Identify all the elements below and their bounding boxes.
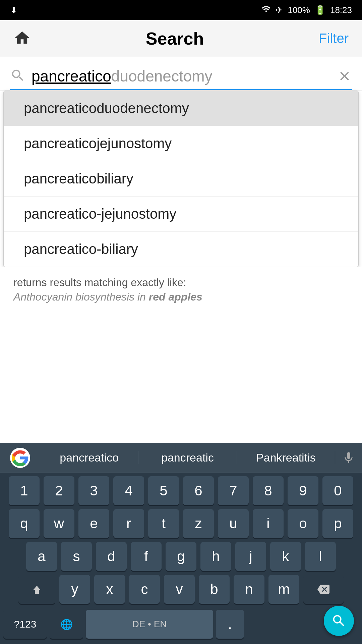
key-p[interactable]: p (322, 509, 353, 538)
key-8[interactable]: 8 (253, 476, 284, 505)
app-header: Search Filter (0, 20, 362, 57)
search-icon (10, 68, 25, 85)
key-z[interactable]: z (183, 509, 214, 538)
key-row-numbers: 1 2 3 4 5 6 7 8 9 0 (0, 476, 362, 505)
search-bar[interactable]: pancreaticoduodenectomy (10, 67, 352, 90)
search-typed-text: pancreatico (32, 67, 111, 85)
suggestion-0[interactable]: pancreatico (40, 451, 138, 464)
key-row-asdfg: a s d f g h j k l (0, 542, 362, 571)
autocomplete-item-0[interactable]: pancreaticoduodenectomy (4, 91, 358, 126)
period-key[interactable]: . (216, 610, 244, 639)
info-description: returns results matching exactly like: (13, 276, 349, 289)
keyboard-bottom-row: ?123 🌐 DE • EN . (0, 608, 362, 644)
key-c[interactable]: c (129, 575, 160, 604)
info-example-bold: red apples (149, 291, 202, 303)
search-bar-container: pancreaticoduodenectomy (0, 57, 362, 91)
battery-label: 100% (288, 5, 310, 15)
autocomplete-item-2[interactable]: pancreaticobiliary (4, 161, 358, 197)
keyboard: pancreatico pancreatic Pankreatitis 1 2 … (0, 443, 362, 644)
page-title: Search (146, 29, 204, 49)
info-section: returns results matching exactly like: A… (0, 267, 362, 310)
key-9[interactable]: 9 (288, 476, 318, 505)
key-1[interactable]: 1 (9, 476, 40, 505)
info-example-prefix: Anthocyanin biosynthesis in (13, 291, 149, 303)
autocomplete-item-3[interactable]: pancreatico-jejunostomy (4, 197, 358, 232)
info-example: Anthocyanin biosynthesis in red apples (13, 291, 349, 303)
key-w[interactable]: w (44, 509, 74, 538)
autocomplete-item-4[interactable]: pancreatico-biliary (4, 232, 358, 267)
wifi-icon (261, 4, 271, 16)
key-i[interactable]: i (253, 509, 284, 538)
key-6[interactable]: 6 (183, 476, 214, 505)
google-logo (7, 444, 34, 471)
key-r[interactable]: r (113, 509, 144, 538)
microphone-button[interactable] (335, 451, 362, 465)
time-label: 18:23 (330, 5, 352, 15)
battery-icon: 🔋 (315, 5, 325, 15)
key-m[interactable]: m (268, 575, 299, 604)
autocomplete-item-1[interactable]: pancreaticojejunostomy (4, 126, 358, 161)
suggestion-1[interactable]: pancreatic (138, 451, 237, 464)
key-e[interactable]: e (78, 509, 109, 538)
home-button[interactable] (13, 29, 31, 48)
key-q[interactable]: q (9, 509, 40, 538)
key-0[interactable]: 0 (322, 476, 353, 505)
spacebar[interactable]: DE • EN (86, 610, 213, 639)
key-a[interactable]: a (26, 542, 57, 571)
search-action-button[interactable] (324, 606, 354, 636)
key-o[interactable]: o (288, 509, 318, 538)
key-3[interactable]: 3 (78, 476, 109, 505)
key-row-qwertz: q w e r t z u i o p (0, 509, 362, 538)
key-7[interactable]: 7 (218, 476, 249, 505)
keyboard-suggestions: pancreatico pancreatic Pankreatitis (0, 443, 362, 473)
key-v[interactable]: v (164, 575, 195, 604)
key-l[interactable]: l (305, 542, 336, 571)
autocomplete-dropdown: pancreaticoduodenectomy pancreaticojejun… (3, 91, 359, 267)
key-d[interactable]: d (96, 542, 127, 571)
filter-button[interactable]: Filter (319, 31, 349, 46)
key-u[interactable]: u (218, 509, 249, 538)
key-2[interactable]: 2 (44, 476, 74, 505)
search-ghost-text: duodenectomy (111, 67, 213, 85)
suggestion-2[interactable]: Pankreatitis (237, 451, 335, 464)
search-input[interactable]: pancreaticoduodenectomy (32, 67, 331, 85)
keyboard-rows: 1 2 3 4 5 6 7 8 9 0 q w e r t z u i o p … (0, 473, 362, 604)
key-n[interactable]: n (234, 575, 264, 604)
airplane-icon: ✈ (276, 5, 283, 15)
key-s[interactable]: s (61, 542, 92, 571)
key-y[interactable]: y (59, 575, 90, 604)
download-icon: ⬇ (10, 5, 17, 15)
backspace-key[interactable] (303, 575, 344, 604)
key-x[interactable]: x (94, 575, 125, 604)
clear-button[interactable] (337, 69, 352, 84)
status-bar: ⬇ ✈ 100% 🔋 18:23 (0, 0, 362, 20)
key-4[interactable]: 4 (113, 476, 144, 505)
key-f[interactable]: f (131, 542, 162, 571)
globe-key[interactable]: 🌐 (50, 610, 83, 639)
key-k[interactable]: k (270, 542, 301, 571)
shift-key[interactable] (18, 575, 55, 604)
key-t[interactable]: t (148, 509, 179, 538)
num-key[interactable]: ?123 (3, 610, 47, 639)
key-j[interactable]: j (235, 542, 266, 571)
key-row-shift: y x c v b n m (0, 575, 362, 604)
key-5[interactable]: 5 (148, 476, 179, 505)
key-b[interactable]: b (199, 575, 230, 604)
key-g[interactable]: g (166, 542, 196, 571)
key-h[interactable]: h (200, 542, 231, 571)
